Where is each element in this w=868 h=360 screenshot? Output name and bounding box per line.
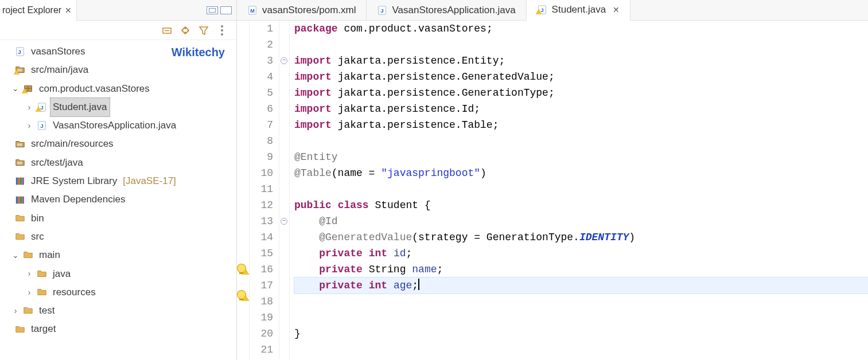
code-line[interactable]	[294, 342, 868, 358]
editor-tab-1[interactable]: VasanStoresApplication.java	[367, 0, 526, 20]
line-number[interactable]: 10	[250, 165, 275, 181]
quickfix-marker-icon[interactable]	[238, 291, 248, 301]
line-number[interactable]: 13	[250, 213, 275, 229]
java-project-icon	[15, 46, 25, 57]
line-number[interactable]: 1	[250, 21, 275, 37]
tree-item-pkg[interactable]: ⌄com.product.vasanStores	[0, 80, 236, 98]
code-line[interactable]: }	[294, 326, 868, 342]
chevron-right-icon[interactable]: ›	[25, 285, 33, 300]
line-number[interactable]: 20	[250, 326, 275, 342]
code-line[interactable]	[294, 181, 868, 197]
tree-item-src[interactable]: src	[0, 228, 236, 246]
line-number[interactable]: 2	[250, 37, 275, 53]
project-tree[interactable]: vasanStoressrc/main/java⌄com.product.vas…	[0, 40, 236, 350]
fold-toggle-icon[interactable]: −	[281, 218, 287, 225]
close-icon[interactable]: ✕	[65, 6, 72, 15]
code-line[interactable]: private int id;	[294, 245, 868, 261]
line-number[interactable]: 14	[250, 229, 275, 245]
chevron-down-icon[interactable]: ⌄	[11, 248, 20, 263]
editor-area[interactable]: 123456789101112131415161718192021 −− pac…	[237, 21, 868, 360]
code-line[interactable]: private int age;	[294, 277, 868, 294]
token-pkg: )	[629, 232, 635, 243]
maximize-view-button[interactable]	[220, 6, 232, 14]
code-line[interactable]: @GeneratedValue(strategy = GenerationTyp…	[294, 229, 868, 245]
code-line[interactable]: package com.product.vasanStores;	[294, 21, 868, 37]
code-line[interactable]	[294, 133, 868, 149]
code-line[interactable]	[294, 294, 868, 310]
quickfix-marker-icon[interactable]	[238, 264, 248, 275]
code-line[interactable]: import jakarta.persistence.GenerationTyp…	[294, 85, 868, 101]
chevron-right-icon[interactable]: ›	[25, 100, 33, 115]
code-line[interactable]	[294, 310, 868, 326]
line-number[interactable]: 8	[250, 133, 275, 149]
code-line[interactable]: import jakarta.persistence.Table;	[294, 117, 868, 133]
tree-item-target[interactable]: target	[0, 320, 236, 338]
line-number[interactable]: 4	[250, 69, 275, 85]
tree-item-stj[interactable]: src/test/java	[0, 154, 236, 172]
line-number[interactable]: 19	[250, 310, 275, 326]
tree-item-test[interactable]: ›test	[0, 302, 236, 320]
code-line[interactable]: @Entity	[294, 149, 868, 165]
line-number[interactable]: 7	[250, 117, 275, 133]
line-number[interactable]: 21	[250, 342, 275, 358]
tree-item-maven[interactable]: Maven Dependencies	[0, 190, 236, 209]
line-number[interactable]: 18	[250, 294, 275, 310]
line-number[interactable]: 5	[250, 85, 275, 101]
folder-icon	[37, 287, 47, 298]
tree-item-bin[interactable]: bin	[0, 209, 236, 228]
chevron-right-icon[interactable]: ›	[11, 303, 20, 319]
tree-item-app[interactable]: ›VasanStoresApplication.java	[0, 116, 236, 135]
project-explorer-title: roject Explorer	[2, 5, 61, 15]
filter-icon[interactable]	[197, 24, 210, 37]
src-folder-icon	[15, 158, 25, 168]
code-line[interactable]: @Table(name = "javaspringboot")	[294, 165, 868, 181]
code-line[interactable]: import jakarta.persistence.Entity;	[294, 53, 868, 69]
tree-item-student[interactable]: ›Student.java	[0, 98, 236, 116]
kebab-menu-icon[interactable]	[216, 24, 228, 37]
code-line[interactable]: public class Student {	[294, 197, 868, 213]
token-pkg: Student {	[375, 199, 430, 211]
line-number[interactable]: 17	[250, 277, 275, 294]
line-number[interactable]: 6	[250, 101, 275, 117]
chevron-right-icon[interactable]: ›	[25, 266, 33, 281]
line-number[interactable]: 15	[250, 245, 275, 261]
explorer-toolbar	[0, 21, 236, 40]
code-line[interactable]: import jakarta.persistence.Id;	[294, 101, 868, 117]
marker-ruler[interactable]	[237, 21, 250, 360]
code-line[interactable]: @Id	[294, 213, 868, 229]
code-line[interactable]: import jakarta.persistence.GeneratedValu…	[294, 69, 868, 85]
editor-tab-0[interactable]: vasanStores/pom.xml	[237, 0, 367, 20]
tree-item-smr[interactable]: src/main/resources	[0, 135, 236, 153]
line-number[interactable]: 12	[250, 197, 275, 213]
line-number[interactable]: 9	[250, 149, 275, 165]
tree-item-proj[interactable]: vasanStores	[0, 42, 236, 61]
tree-item-resF[interactable]: ›resources	[0, 283, 236, 302]
token-pkg: com.product.vasanStores;	[344, 23, 492, 34]
project-explorer-panel: roject Explorer ✕ Wikitechy vasanStoress…	[0, 0, 237, 360]
code-line[interactable]	[294, 37, 868, 53]
tree-item-label: java	[50, 265, 73, 283]
line-number[interactable]: 11	[250, 181, 275, 197]
tree-item-jre[interactable]: JRE System Library [JavaSE-17]	[0, 172, 236, 190]
token-ann: @Id	[319, 216, 337, 227]
token-str: "javaspringboot"	[381, 167, 480, 179]
line-number-gutter[interactable]: 123456789101112131415161718192021	[250, 21, 279, 360]
line-number[interactable]: 16	[250, 261, 275, 277]
code-content[interactable]: package com.product.vasanStores;import j…	[290, 21, 868, 360]
chevron-right-icon[interactable]: ›	[25, 118, 33, 134]
collapse-all-icon[interactable]	[161, 24, 173, 37]
code-line[interactable]: private String name;	[294, 261, 868, 277]
link-with-editor-icon[interactable]	[179, 24, 192, 37]
project-explorer-tab[interactable]: roject Explorer ✕	[0, 0, 77, 21]
close-icon[interactable]: ✕	[613, 5, 620, 14]
line-number[interactable]: 3	[250, 53, 275, 69]
chevron-down-icon[interactable]: ⌄	[11, 81, 20, 96]
tree-item-label: src	[29, 228, 46, 246]
fold-toggle-icon[interactable]: −	[281, 57, 287, 64]
editor-tab-2[interactable]: Student.java✕	[527, 0, 631, 21]
tree-item-smj[interactable]: src/main/java	[0, 61, 236, 79]
tree-item-javaF[interactable]: ›java	[0, 265, 236, 283]
tree-item-main[interactable]: ⌄main	[0, 246, 236, 264]
folding-ruler[interactable]: −−	[279, 21, 290, 360]
minimize-view-button[interactable]	[207, 6, 218, 14]
